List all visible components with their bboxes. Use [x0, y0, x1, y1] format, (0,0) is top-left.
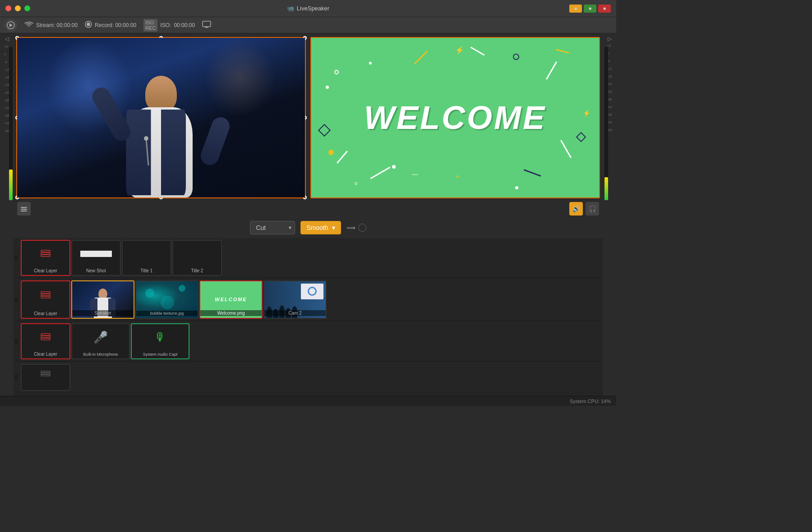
stack-icon: [39, 248, 52, 261]
svg-rect-15: [41, 292, 50, 294]
stack-icon-4: [40, 369, 51, 379]
svg-point-7: [22, 207, 23, 208]
layer-item-clear-1[interactable]: Clear Layer: [21, 240, 70, 276]
svg-point-9: [23, 211, 24, 212]
win-btn-3[interactable]: ■: [598, 5, 611, 13]
layer-row-2: ⋮⋮ Clear Layer: [14, 278, 603, 321]
layer-item-system-audio[interactable]: 🎙 System Audio Capt: [131, 323, 189, 359]
clear-layer-1-label: Clear Layer: [22, 268, 69, 273]
layer-row-4: ⋮⋮: [14, 362, 603, 393]
svg-rect-13: [41, 296, 50, 298]
preview-bottom: 🔊 🎧: [14, 200, 603, 217]
audio-btn[interactable]: 🔊: [569, 202, 583, 216]
new-shot-content: [80, 251, 112, 257]
app-logo[interactable]: [5, 19, 17, 32]
svg-rect-5: [21, 209, 27, 210]
layer-item-clear-2[interactable]: Clear Layer: [21, 280, 70, 319]
clear-layer-2-label: Clear Layer: [22, 311, 69, 316]
preview-panel-right[interactable]: ⚡ 〰 +: [310, 37, 600, 198]
vu-meter-right: ▷ +6 0 -6 -12 -18 -24 -30 -36 -42 -48 -5…: [603, 33, 616, 396]
headphones-btn[interactable]: 🎧: [586, 202, 599, 216]
layer-item-cam2[interactable]: Cam 2: [263, 280, 327, 319]
preview-settings-btn[interactable]: [17, 202, 31, 216]
svg-rect-16: [41, 338, 50, 340]
svg-rect-20: [41, 373, 50, 374]
cpu-value: 14%: [601, 399, 611, 404]
layer-1-items: Clear Layer New Shot Title 1 Title 2: [19, 238, 603, 278]
welcome-label: Welcome.png: [200, 310, 262, 316]
svg-rect-18: [41, 334, 50, 335]
layer-item-mic1[interactable]: 🎤 Built-in Microphone: [71, 323, 130, 359]
smooth-button[interactable]: Smooth ▾: [300, 221, 341, 234]
wifi-icon: [24, 21, 33, 29]
iso-label: ISO:: [160, 22, 171, 28]
iso-control[interactable]: ISOREC ISO: 00:00:00: [143, 19, 195, 32]
preview-panel-left[interactable]: ✕: [16, 37, 306, 198]
welcome-text: WELCOME: [364, 99, 546, 136]
preview-panels: ✕: [14, 33, 603, 200]
vu-expand-left[interactable]: ◁: [4, 36, 10, 42]
layer-item-speaker[interactable]: Speaker: [71, 280, 134, 319]
record-icon: [85, 21, 92, 29]
speaker-label: Speaker: [72, 310, 134, 316]
layer-item-clear-3[interactable]: Clear Layer: [21, 323, 70, 359]
record-control[interactable]: Record: 00:00:00: [85, 21, 136, 29]
maximize-button[interactable]: [24, 5, 30, 11]
traffic-lights: [5, 5, 30, 11]
stream-control[interactable]: Stream: 00:00:00: [24, 21, 78, 29]
transition-apply-btn[interactable]: ⟹: [346, 224, 366, 232]
app-icon: 📹: [287, 5, 294, 12]
close-button[interactable]: [5, 5, 11, 11]
toolbar: Stream: 00:00:00 Record: 00:00:00 ISOREC…: [0, 17, 616, 33]
layer-2-items: Clear Layer Speaker: [19, 279, 603, 321]
win-btn-2[interactable]: ■: [584, 5, 596, 13]
svg-rect-21: [41, 371, 50, 372]
smooth-label: Smooth: [306, 224, 328, 231]
stack-icon-3: [39, 332, 52, 344]
layer-item-title2[interactable]: Title 2: [172, 240, 222, 276]
svg-rect-19: [41, 375, 50, 376]
svg-rect-17: [41, 336, 50, 338]
svg-rect-3: [203, 21, 211, 27]
bubble-label: bubble texturre.jpg: [136, 311, 198, 316]
iso-time: 00:00:00: [174, 22, 195, 28]
layer-row-1: ⋮⋮ Clear Layer: [14, 238, 603, 278]
record-label: Record: 00:00:00: [95, 22, 136, 28]
arrow-circle: [358, 224, 366, 232]
layer-item-welcome[interactable]: WELCOME Welcome.png: [199, 280, 263, 319]
statusbar: System CPU: 14%: [0, 396, 616, 406]
window-controls: ■ ■ ■: [569, 5, 611, 13]
layer-4-items: [19, 362, 603, 393]
drag-handle-2[interactable]: ⋮⋮: [14, 297, 19, 302]
clear-layer-3-label: Clear Layer: [22, 352, 69, 357]
vu-expand-right[interactable]: ▷: [606, 36, 613, 42]
vu-meter-left: ◁ +6 0 -6 -12 -18 -24 -30 -36 -42 -48 -5…: [0, 33, 14, 396]
win-btn-1[interactable]: ■: [569, 5, 582, 13]
layer-item-title1[interactable]: Title 1: [122, 240, 171, 276]
svg-rect-6: [21, 211, 27, 211]
layer-item-clear-4[interactable]: [21, 364, 70, 391]
cpu-label: System CPU:: [570, 399, 600, 404]
svg-point-2: [87, 23, 90, 26]
stream-label: Stream: 00:00:00: [36, 22, 78, 28]
title2-label: Title 2: [173, 268, 221, 273]
smooth-chevron: ▾: [332, 224, 335, 231]
svg-rect-10: [41, 255, 50, 257]
display-control[interactable]: [202, 21, 211, 29]
layers-panel: ⋮⋮ Clear Layer: [14, 238, 603, 396]
layer-item-bubble[interactable]: bubble texturre.jpg: [135, 280, 198, 319]
welcome-preview: ⚡ 〰 +: [311, 38, 599, 197]
titlebar: 📹 LiveSpeaker ■ ■ ■: [0, 0, 616, 17]
svg-rect-14: [41, 294, 50, 296]
drag-handle-3[interactable]: ⋮⋮: [14, 339, 19, 344]
svg-rect-12: [41, 250, 50, 252]
mic-icon-1: 🎤: [93, 330, 108, 344]
drag-handle-4[interactable]: ⋮⋮: [14, 375, 19, 380]
system-audio-label: System Audio Capt: [132, 352, 189, 357]
layer-row-3: ⋮⋮ Clear Layer: [14, 321, 603, 362]
iso-icon: ISOREC: [143, 19, 157, 32]
cut-select[interactable]: Cut: [250, 221, 295, 234]
drag-handle-1[interactable]: ⋮⋮: [14, 256, 19, 261]
minimize-button[interactable]: [15, 5, 21, 11]
layer-item-new-shot[interactable]: New Shot: [71, 240, 121, 276]
